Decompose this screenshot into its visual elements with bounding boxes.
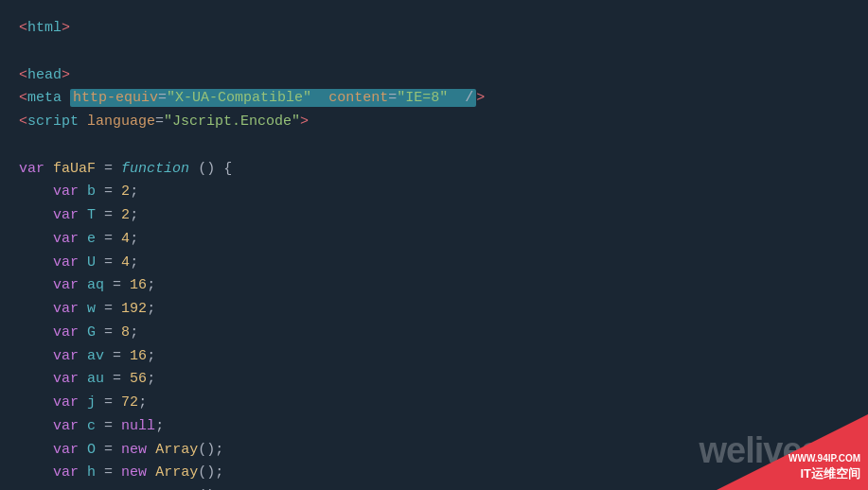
line-var-func: var faUaF = function () { [19,158,849,182]
line-head-open: <head> [19,64,849,88]
line-var-b: var b = 2; [19,181,849,204]
line-var-T: var T = 2; [19,204,849,228]
line-empty-2 [19,134,849,158]
line-empty-1 [19,41,849,64]
line-meta: <meta http-equiv="X-UA-Compatible" conte… [19,87,849,111]
line-var-U: var U = 4; [19,252,849,275]
line-var-au: var au = 56; [19,368,849,392]
line-var-av: var av = 16; [19,345,849,369]
line-var-j: var j = 72; [19,392,849,415]
line-script-open: <script language="Jscript.Encode"> [19,111,849,134]
line-var-w: var w = 192; [19,298,849,322]
corner-badge: WWW.94IP.COM IT运维空间 [717,414,868,490]
line-html-open: <html> [19,17,849,41]
line-var-e: var e = 4; [19,228,849,252]
badge-cn: IT运维空间 [788,465,860,482]
line-var-aq: var aq = 16; [19,274,849,298]
line-var-G: var G = 8; [19,322,849,345]
badge-url: WWW.94IP.COM [788,453,860,464]
badge-content: WWW.94IP.COM IT运维空间 [788,453,860,482]
